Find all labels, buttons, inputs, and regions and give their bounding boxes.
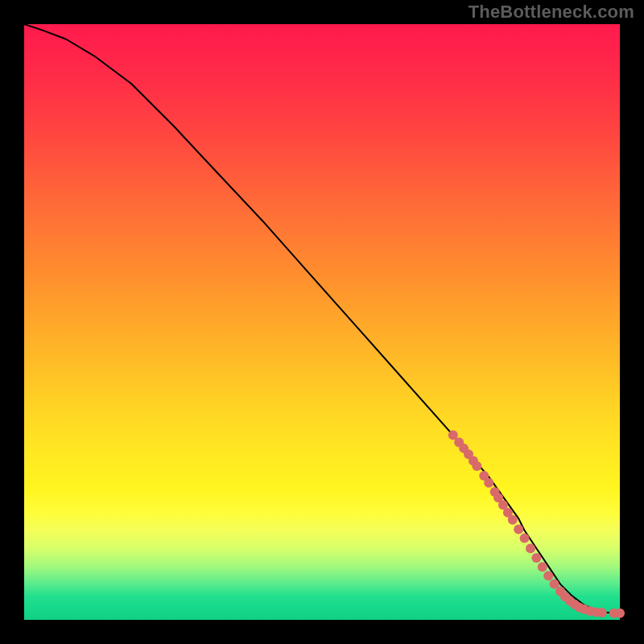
plot-area <box>24 24 620 620</box>
curve-marker <box>520 534 530 543</box>
curve-marker <box>514 525 523 535</box>
curve-markers <box>448 431 625 618</box>
curve-marker <box>508 515 518 525</box>
curve-marker <box>597 608 607 617</box>
chart-frame: TheBottleneck.com <box>0 0 644 644</box>
curve-line <box>24 24 620 613</box>
curve-marker <box>538 562 547 572</box>
curve-marker <box>526 543 535 553</box>
chart-overlay <box>24 24 620 620</box>
attribution-label: TheBottleneck.com <box>469 2 634 23</box>
curve-marker <box>472 461 481 471</box>
curve-marker <box>484 478 493 488</box>
curve-marker <box>543 571 553 580</box>
curve-marker <box>531 553 541 563</box>
curve-marker <box>615 609 625 618</box>
